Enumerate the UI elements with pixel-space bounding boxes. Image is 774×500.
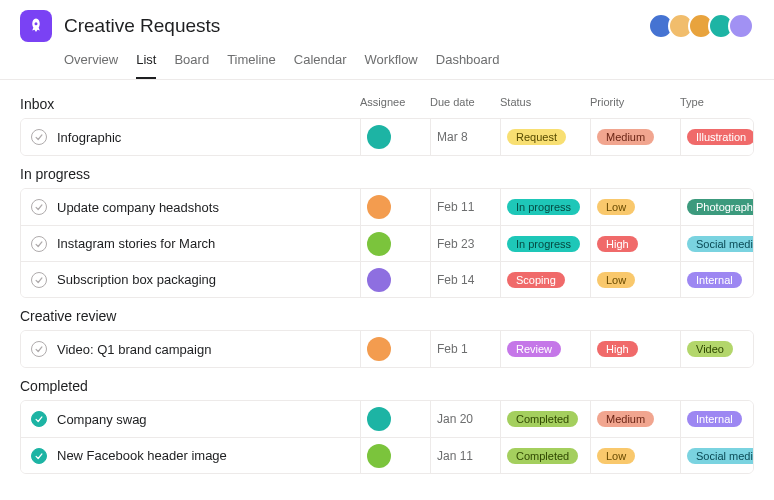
task-name[interactable]: Update company headshots <box>57 200 219 215</box>
type-pill[interactable]: Internal <box>687 411 742 427</box>
assignee-avatar[interactable] <box>367 407 391 431</box>
due-date[interactable]: Mar 8 <box>437 130 468 144</box>
type-pill[interactable]: Internal <box>687 272 742 288</box>
type-pill[interactable]: Social media <box>687 448 754 464</box>
complete-check-icon[interactable] <box>31 411 47 427</box>
col-status[interactable]: Status <box>500 96 590 112</box>
task-name[interactable]: Subscription box packaging <box>57 272 216 287</box>
assignee-avatar[interactable] <box>367 337 391 361</box>
task-row[interactable]: Company swagJan 20CompletedMediumInterna… <box>21 401 753 437</box>
tab-list[interactable]: List <box>136 46 156 79</box>
priority-pill[interactable]: Low <box>597 448 635 464</box>
complete-check-icon[interactable] <box>31 199 47 215</box>
task-row[interactable]: Update company headshotsFeb 11In progres… <box>21 189 753 225</box>
complete-check-icon[interactable] <box>31 272 47 288</box>
complete-check-icon[interactable] <box>31 236 47 252</box>
status-pill[interactable]: In progress <box>507 236 580 252</box>
complete-check-icon[interactable] <box>31 341 47 357</box>
status-pill[interactable]: Review <box>507 341 561 357</box>
due-date[interactable]: Jan 11 <box>437 449 473 463</box>
task-list: InfographicMar 8RequestMediumIllustratio… <box>20 118 754 156</box>
section-header[interactable]: Creative review <box>20 298 754 330</box>
status-pill[interactable]: Completed <box>507 448 578 464</box>
tab-calendar[interactable]: Calendar <box>294 46 347 79</box>
section-header[interactable]: In progress <box>20 156 754 188</box>
task-row[interactable]: Instagram stories for MarchFeb 23In prog… <box>21 225 753 261</box>
task-name[interactable]: Instagram stories for March <box>57 236 215 251</box>
section-header[interactable]: Completed <box>20 368 754 400</box>
tab-timeline[interactable]: Timeline <box>227 46 276 79</box>
col-type[interactable]: Type <box>680 96 754 112</box>
project-title: Creative Requests <box>64 15 654 37</box>
task-row[interactable]: Video: Q1 brand campaignFeb 1ReviewHighV… <box>21 331 753 367</box>
priority-pill[interactable]: Low <box>597 199 635 215</box>
complete-check-icon[interactable] <box>31 129 47 145</box>
priority-pill[interactable]: Medium <box>597 411 654 427</box>
due-date[interactable]: Feb 11 <box>437 200 474 214</box>
priority-pill[interactable]: High <box>597 236 638 252</box>
tab-dashboard[interactable]: Dashboard <box>436 46 500 79</box>
due-date[interactable]: Feb 23 <box>437 237 474 251</box>
status-pill[interactable]: Scoping <box>507 272 565 288</box>
due-date[interactable]: Feb 14 <box>437 273 474 287</box>
header: Creative Requests OverviewListBoardTimel… <box>0 0 774 80</box>
type-pill[interactable]: Illustration <box>687 129 754 145</box>
member-avatar[interactable] <box>728 13 754 39</box>
status-pill[interactable]: Completed <box>507 411 578 427</box>
due-date[interactable]: Jan 20 <box>437 412 473 426</box>
task-name[interactable]: Company swag <box>57 412 147 427</box>
type-pill[interactable]: Photography <box>687 199 754 215</box>
tab-overview[interactable]: Overview <box>64 46 118 79</box>
tabs: OverviewListBoardTimelineCalendarWorkflo… <box>64 46 754 79</box>
task-row[interactable]: Subscription box packagingFeb 14ScopingL… <box>21 261 753 297</box>
type-pill[interactable]: Social media <box>687 236 754 252</box>
task-name[interactable]: Video: Q1 brand campaign <box>57 342 211 357</box>
task-list: Update company headshotsFeb 11In progres… <box>20 188 754 298</box>
col-assignee[interactable]: Assignee <box>360 96 430 112</box>
priority-pill[interactable]: High <box>597 341 638 357</box>
col-priority[interactable]: Priority <box>590 96 680 112</box>
priority-pill[interactable]: Medium <box>597 129 654 145</box>
tab-board[interactable]: Board <box>174 46 209 79</box>
due-date[interactable]: Feb 1 <box>437 342 468 356</box>
type-pill[interactable]: Video <box>687 341 733 357</box>
assignee-avatar[interactable] <box>367 444 391 468</box>
section-header-inbox[interactable]: Inbox <box>20 96 360 112</box>
assignee-avatar[interactable] <box>367 268 391 292</box>
assignee-avatar[interactable] <box>367 125 391 149</box>
status-pill[interactable]: Request <box>507 129 566 145</box>
task-row[interactable]: New Facebook header imageJan 11Completed… <box>21 437 753 473</box>
complete-check-icon[interactable] <box>31 448 47 464</box>
col-due[interactable]: Due date <box>430 96 500 112</box>
column-headers: Inbox Assignee Due date Status Priority … <box>20 86 754 118</box>
task-row[interactable]: InfographicMar 8RequestMediumIllustratio… <box>21 119 753 155</box>
tab-workflow[interactable]: Workflow <box>365 46 418 79</box>
priority-pill[interactable]: Low <box>597 272 635 288</box>
task-list: Video: Q1 brand campaignFeb 1ReviewHighV… <box>20 330 754 368</box>
task-name[interactable]: New Facebook header image <box>57 448 227 463</box>
project-icon <box>20 10 52 42</box>
assignee-avatar[interactable] <box>367 232 391 256</box>
assignee-avatar[interactable] <box>367 195 391 219</box>
task-list: Company swagJan 20CompletedMediumInterna… <box>20 400 754 474</box>
member-avatars[interactable] <box>654 13 754 39</box>
status-pill[interactable]: In progress <box>507 199 580 215</box>
content: Inbox Assignee Due date Status Priority … <box>0 80 774 494</box>
task-name[interactable]: Infographic <box>57 130 121 145</box>
